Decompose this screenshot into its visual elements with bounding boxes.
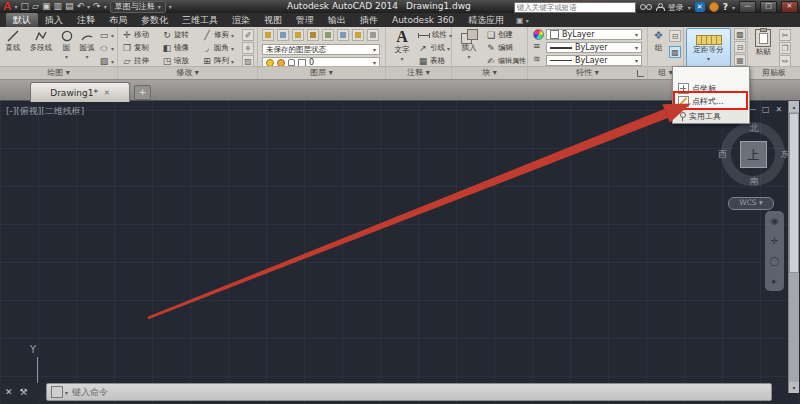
layer-state-dropdown[interactable]: 未保存的图层状态 ▾ <box>262 44 380 55</box>
help-icon[interactable]: ? <box>723 2 728 12</box>
scroll-down-button[interactable]: ▾ <box>789 382 799 393</box>
linetype-dropdown[interactable]: ByLayer ▾ <box>546 55 642 66</box>
leader-button[interactable]: ↗ 引线 ▾ <box>418 42 450 54</box>
quick-calc-button[interactable]: ⊟ <box>734 41 746 53</box>
arc-tool-button[interactable]: 圆弧 ▾ <box>77 29 97 60</box>
tab-manage[interactable]: 管理 <box>289 13 321 27</box>
color-wheel-icon[interactable] <box>533 29 544 40</box>
tab-3dtools[interactable]: 三维工具 <box>175 13 225 27</box>
layer-tool-button[interactable] <box>352 29 364 41</box>
undo-caret-icon[interactable]: ▾ <box>87 1 90 12</box>
panel-modify-label[interactable]: 修改 ▾ <box>118 66 257 79</box>
layer-tool-button[interactable] <box>277 29 289 41</box>
layer-tool-button[interactable] <box>307 29 319 41</box>
object-color-dropdown[interactable]: ByLayer ▾ <box>546 29 642 40</box>
steering-wheel-icon[interactable]: ◉ <box>771 216 779 226</box>
layer-properties-button[interactable] <box>262 29 274 41</box>
command-input[interactable] <box>70 386 771 398</box>
viewcube-west[interactable]: 西 <box>718 150 727 159</box>
zoom-icon[interactable]: ◯ <box>769 256 779 266</box>
layer-tool-button[interactable] <box>337 29 349 41</box>
command-customize-icon[interactable]: ⚒ <box>20 387 28 397</box>
tab-view[interactable]: 视图 <box>257 13 289 27</box>
text-tool-button[interactable]: A 文字 ▾ <box>390 29 414 62</box>
pin-icon[interactable] <box>678 112 686 121</box>
id-point-small-button[interactable]: ▦ <box>734 54 746 66</box>
save-as-icon[interactable]: ▥ <box>53 1 62 12</box>
recent-commands-caret-icon[interactable]: ▾ <box>65 389 68 396</box>
redo-caret-icon[interactable]: ▾ <box>104 1 107 12</box>
close-button[interactable]: ✕ <box>781 1 798 13</box>
panel-annotation-label[interactable]: 注释 ▾ <box>386 66 451 79</box>
layer-tool-button[interactable] <box>322 29 334 41</box>
sign-in-link[interactable]: 登录 <box>668 2 684 13</box>
signin-caret-icon[interactable]: ▾ <box>688 4 691 11</box>
scrollbar-thumb[interactable] <box>789 113 799 273</box>
measure-tool-button[interactable]: 定距等分 ▾ <box>686 28 731 68</box>
viewcube[interactable]: 北 西 东 南 上 <box>716 118 792 194</box>
ellipse-tool-button[interactable]: ○ ▾ <box>99 42 114 54</box>
tab-output[interactable]: 输出 <box>321 13 353 27</box>
undo-icon[interactable]: ↶ <box>77 1 85 12</box>
properties-dialog-launcher[interactable] <box>637 70 644 77</box>
panel-layers-label[interactable]: 图层 ▾ <box>258 66 385 79</box>
create-block-button[interactable]: ❑ 创建 <box>486 29 513 41</box>
minimize-button[interactable]: — <box>739 1 756 13</box>
plot-icon[interactable]: ▤ <box>65 1 74 12</box>
app-menu-caret-icon[interactable]: ▾ <box>15 3 18 10</box>
polyline-tool-button[interactable]: 多段线 <box>26 29 56 52</box>
ribbon-display-toggle[interactable]: ▣ ▾ <box>511 13 529 27</box>
pan-icon[interactable]: ✛ <box>771 236 779 246</box>
tab-home[interactable]: 默认 <box>6 13 38 27</box>
explode-tool-button[interactable]: ✳ <box>242 42 254 54</box>
open-file-icon[interactable]: ▱ <box>32 1 39 12</box>
viewcube-south[interactable]: 南 <box>716 177 792 186</box>
workspace-switcher[interactable]: 草图与注释 ▾ <box>110 1 166 13</box>
group-selection-toggle[interactable]: ▩ <box>669 46 681 58</box>
panel-properties-label[interactable]: 特性 ▾ <box>528 66 647 79</box>
insert-block-button[interactable]: 插入 ▾ <box>456 29 482 60</box>
edit-block-button[interactable]: ✎ 编辑 <box>486 42 513 54</box>
search-icon[interactable] <box>640 4 652 10</box>
quick-select-button[interactable]: ▩ <box>734 28 746 40</box>
doc-restore-button[interactable]: □ <box>762 105 770 114</box>
move-tool-button[interactable]: ✛ 移动 <box>122 29 149 41</box>
layer-tool-button[interactable] <box>367 29 379 41</box>
viewcube-north[interactable]: 北 <box>716 124 792 133</box>
circle-tool-button[interactable]: 圆 ▾ <box>58 29 75 60</box>
linear-dim-button[interactable]: 线性 ▾ <box>418 29 452 41</box>
mirror-tool-button[interactable]: ◧ 镜像 <box>162 42 189 54</box>
notification-icon[interactable] <box>709 2 719 12</box>
rotate-tool-button[interactable]: ↻ 旋转 <box>162 29 189 41</box>
tab-featured-apps[interactable]: 精选应用 <box>461 13 511 27</box>
redo-icon[interactable]: ↷ <box>93 1 101 12</box>
orbit-more-icon[interactable]: ▸ <box>772 276 777 286</box>
viewport-controls[interactable]: [-][俯视][二维线框] <box>6 105 84 118</box>
file-tab-drawing1[interactable]: Drawing1* ✕ <box>30 82 130 102</box>
trim-tool-button[interactable]: ╱ 修剪 ▾ <box>202 29 234 41</box>
exchange-apps-icon[interactable]: ✕ <box>695 2 705 12</box>
tab-plugins[interactable]: 插件 <box>353 13 385 27</box>
recent-commands-icon[interactable] <box>51 386 63 398</box>
paste-button[interactable]: 粘贴 <box>751 29 775 56</box>
model-space-canvas[interactable]: [-][俯视][二维线框] — □ ✕ 北 西 东 南 上 WCS ▾ ◉ ✛ … <box>0 101 800 404</box>
group-tool-button[interactable]: ❖ 组 <box>649 29 668 52</box>
doc-close-button[interactable]: ✕ <box>776 105 783 114</box>
tab-layout[interactable]: 布局 <box>102 13 134 27</box>
vertical-scrollbar[interactable]: ▴ ▾ <box>788 101 799 393</box>
layer-tool-button[interactable] <box>292 29 304 41</box>
wcs-dropdown[interactable]: WCS ▾ <box>728 197 774 210</box>
scroll-up-button[interactable]: ▴ <box>789 101 799 112</box>
toolbar-options-caret-icon[interactable]: ▾ <box>169 3 172 10</box>
ungroup-button[interactable]: ⊟ <box>669 30 681 42</box>
help-search-input[interactable] <box>514 2 636 13</box>
lineweight-dropdown[interactable]: ByLayer ▾ <box>546 42 642 53</box>
panel-draw-label[interactable]: 绘图 ▾ <box>0 66 117 79</box>
copy-clip-button[interactable]: ❐ <box>779 42 791 54</box>
tab-insert[interactable]: 插入 <box>38 13 70 27</box>
new-drawing-tab-button[interactable]: + <box>134 85 151 100</box>
panel-clipboard-label[interactable]: 剪贴板 <box>748 66 800 79</box>
new-file-icon[interactable]: □ <box>21 1 30 12</box>
flyout-footer[interactable]: 实用工具 <box>674 108 748 123</box>
command-input-area[interactable]: ▾ <box>46 383 772 401</box>
